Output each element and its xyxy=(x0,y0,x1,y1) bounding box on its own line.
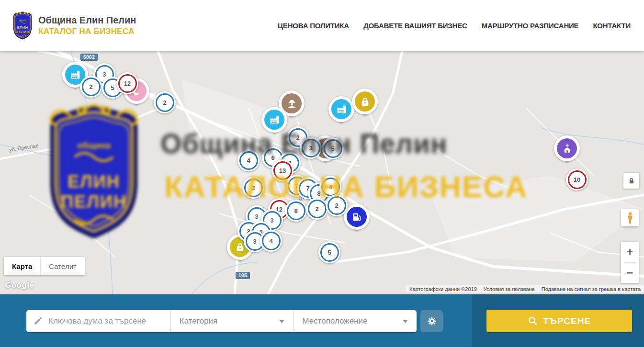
chevron-down-icon xyxy=(279,320,284,323)
cluster-marker[interactable]: 3 xyxy=(300,137,322,159)
road-shield: 6002 xyxy=(80,54,98,61)
cluster-count: 3 xyxy=(302,139,320,157)
bag-icon xyxy=(355,91,375,112)
cluster-marker[interactable]: 10 xyxy=(566,168,588,190)
keyword-search-input[interactable] xyxy=(47,316,164,326)
lock-icon xyxy=(627,177,636,185)
cluster-count: 2 xyxy=(244,179,263,197)
pegman-icon xyxy=(625,212,635,224)
cluster-count: 2 xyxy=(308,200,327,218)
map-type-control: Карта Сателит xyxy=(4,257,85,275)
cluster-count: 5 xyxy=(324,139,342,158)
zoom-in-button[interactable]: + xyxy=(621,242,639,262)
main-nav: ЦЕНОВА ПОЛИТИКА ДОБАВЕТЕ ВАШИЯТ БИЗНЕС М… xyxy=(278,22,633,30)
cluster-count: 13 xyxy=(273,161,292,180)
nav-route-schedule[interactable]: МАРШРУТНО РАЗПИСАНИЕ xyxy=(482,22,579,30)
site-title: Община Елин Пелин xyxy=(38,15,136,26)
street-view-pegman-button[interactable] xyxy=(621,209,639,226)
category-pin-church[interactable] xyxy=(554,135,580,169)
keyword-field-wrap xyxy=(26,310,170,332)
cluster-count: 4 xyxy=(239,151,258,170)
advanced-settings-button[interactable] xyxy=(420,310,443,332)
category-pin-industry[interactable] xyxy=(261,107,287,140)
category-pin-industry[interactable] xyxy=(328,96,354,130)
nav-contacts[interactable]: КОНТАКТИ xyxy=(593,22,631,30)
location-select-label: Местоположение xyxy=(302,316,367,326)
search-bar: Категория Местоположение xyxy=(0,294,644,347)
cluster-marker[interactable]: 2 xyxy=(306,198,328,220)
cluster-marker[interactable]: 8 xyxy=(285,200,307,222)
map-type-satellite-button[interactable]: Сателит xyxy=(40,257,85,275)
search-panel: Категория Местоположение xyxy=(26,310,417,332)
cluster-count: 12 xyxy=(118,74,137,93)
brand-block: Община Елин Пелин КАТАЛОГ НА БИЗНЕСА xyxy=(38,15,136,36)
cluster-count: 8 xyxy=(287,201,305,220)
search-icon xyxy=(528,316,538,326)
search-submit-label: ТЪРСЕНЕ xyxy=(543,316,591,326)
cluster-marker[interactable]: 2 xyxy=(242,177,264,199)
search-submit-button[interactable]: ТЪРСЕНЕ xyxy=(486,310,632,332)
map-canvas[interactable]: ул. Преславбул. „Новоселци 6002105 32512… xyxy=(0,51,644,294)
cluster-count: 2 xyxy=(82,78,101,96)
category-pin-fuel-station[interactable] xyxy=(344,204,370,237)
road-shield: 105 xyxy=(236,272,250,279)
category-pin-shopping[interactable] xyxy=(352,89,378,122)
map-attribution: Картографски данни ©2019 Условия за полз… xyxy=(406,285,644,292)
cluster-count: 2 xyxy=(156,93,174,112)
location-select[interactable]: Местоположение xyxy=(294,310,417,332)
cluster-count: 4 xyxy=(321,178,340,196)
cluster-marker[interactable]: 2 xyxy=(154,91,176,113)
attribution-data: Картографски данни ©2019 xyxy=(406,286,480,292)
cluster-marker[interactable]: 5 xyxy=(322,137,344,159)
gear-icon xyxy=(426,315,438,327)
municipality-crest-logo[interactable] xyxy=(11,11,34,40)
category-select[interactable]: Категория xyxy=(171,310,294,332)
cluster-marker[interactable]: 5 xyxy=(318,241,340,263)
factory-icon xyxy=(331,99,351,119)
nav-add-your-business[interactable]: ДОБАВЕТЕ ВАШИЯТ БИЗНЕС xyxy=(363,22,467,30)
attribution-terms-link[interactable]: Условия за ползване xyxy=(480,286,538,292)
cluster-marker[interactable]: 2 xyxy=(326,194,348,216)
cluster-marker[interactable]: 4 xyxy=(260,230,282,252)
chevron-down-icon xyxy=(403,320,408,323)
cluster-count: 2 xyxy=(328,196,346,215)
cluster-marker[interactable]: 2 xyxy=(80,76,102,98)
cluster-count: 4 xyxy=(262,232,281,250)
factory-icon xyxy=(264,110,284,130)
cluster-marker[interactable]: 12 xyxy=(116,72,138,94)
zoom-control: + − xyxy=(621,242,639,283)
site-header: Община Елин Пелин КАТАЛОГ НА БИЗНЕСА ЦЕН… xyxy=(0,0,644,51)
fuel-icon xyxy=(347,207,367,227)
cluster-marker[interactable]: 4 xyxy=(237,149,260,171)
map-type-map-button[interactable]: Карта xyxy=(4,257,40,275)
cluster-count: 10 xyxy=(568,170,587,189)
pencil-icon xyxy=(33,316,43,326)
attribution-report-link[interactable]: Подаване на сигнал за грешка в картата xyxy=(538,286,644,292)
cluster-count: 5 xyxy=(320,243,339,262)
church-icon xyxy=(557,138,577,158)
google-logo[interactable]: Google xyxy=(5,280,34,290)
nav-pricing-policy[interactable]: ЦЕНОВА ПОЛИТИКА xyxy=(278,22,349,30)
zoom-out-button[interactable]: − xyxy=(621,263,639,283)
category-select-label: Категория xyxy=(180,316,217,326)
lock-button[interactable] xyxy=(623,173,639,189)
site-subtitle: КАТАЛОГ НА БИЗНЕСА xyxy=(38,27,136,36)
